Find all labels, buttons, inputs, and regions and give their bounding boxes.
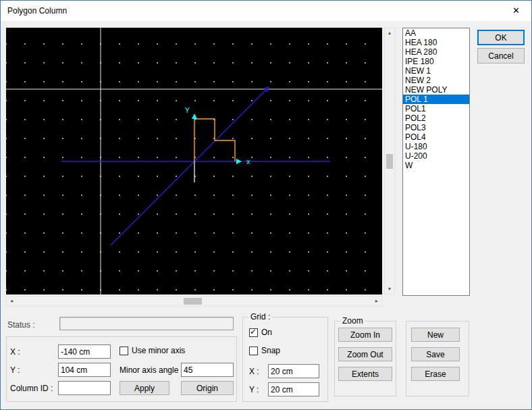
profile-list-item[interactable]: NEW 1	[403, 66, 469, 76]
new-button[interactable]: New	[411, 328, 460, 342]
minor-axis-angle-input[interactable]	[181, 363, 234, 377]
grid-x-input[interactable]	[268, 364, 319, 378]
grid-x-label: X :	[249, 367, 259, 376]
ok-button[interactable]: OK	[477, 30, 525, 45]
checkbox-box: ✓	[249, 328, 258, 337]
horizontal-scrollbar-thumb[interactable]	[184, 298, 202, 305]
grid-group-title: Grid :	[248, 312, 272, 322]
profile-list-item[interactable]: IPE 180	[403, 57, 469, 66]
origin-button[interactable]: Origin	[181, 381, 234, 395]
x-label: X :	[10, 347, 20, 357]
profile-list-item[interactable]: U-200	[403, 151, 469, 161]
profile-list-item[interactable]: U-180	[403, 142, 469, 151]
checkbox-box: ✓	[249, 347, 258, 355]
y-input[interactable]	[58, 363, 111, 377]
column-id-label: Column ID :	[10, 384, 53, 393]
scroll-left-icon[interactable]: ◄	[7, 297, 16, 306]
scroll-right-icon[interactable]: ►	[372, 297, 381, 306]
profile-list-item[interactable]: AA	[403, 28, 469, 38]
use-minor-axis-label: Use minor axis	[132, 346, 185, 355]
window-title: Polygon Column	[7, 6, 67, 16]
grid-y-label: Y :	[249, 385, 259, 394]
title-bar: Polygon Column ✕	[1, 1, 531, 21]
profile-list-item[interactable]: NEW 2	[403, 76, 469, 85]
grid-snap-label: Snap	[261, 346, 280, 355]
grid-on-label: On	[261, 328, 272, 337]
local-x-axis-label: x	[246, 157, 250, 165]
local-y-axis-label: Y	[185, 106, 190, 114]
scroll-down-icon[interactable]: ▼	[385, 284, 394, 294]
profile-list-item[interactable]: POL 1	[403, 95, 469, 104]
grid-y-input[interactable]	[268, 382, 319, 396]
zoom-out-button[interactable]: Zoom Out	[338, 347, 392, 361]
checkbox-box: ✓	[119, 347, 128, 355]
profile-list-item[interactable]: W	[403, 161, 469, 170]
y-label: Y :	[10, 365, 20, 375]
profile-list-item[interactable]: NEW POLY	[403, 85, 469, 95]
erase-button[interactable]: Erase	[411, 367, 460, 381]
extents-button[interactable]: Extents	[338, 367, 392, 381]
minor-axis-angle-label: Minor axis angle :	[119, 365, 183, 375]
save-button[interactable]: Save	[411, 347, 460, 361]
status-label: Status :	[7, 320, 35, 330]
close-icon[interactable]: ✕	[501, 1, 531, 21]
zoom-group-title: Zoom	[340, 316, 365, 326]
apply-button[interactable]: Apply	[119, 381, 169, 395]
polygon-column-dialog: Polygon Column ✕ x Y ▲ ▼	[0, 0, 532, 410]
section-canvas[interactable]: x Y	[6, 28, 382, 294]
grid-snap-checkbox[interactable]: ✓ Snap	[249, 346, 280, 355]
local-y-axis-arrow-icon	[192, 113, 197, 119]
check-icon: ✓	[250, 327, 257, 336]
profile-list-item[interactable]: POL4	[403, 132, 469, 142]
profile-listbox[interactable]: AAHEA 180HEA 280IPE 180NEW 1NEW 2NEW POL…	[402, 28, 470, 296]
profile-list-item[interactable]: POL3	[403, 123, 469, 132]
profile-list-item[interactable]: HEA 180	[403, 38, 469, 47]
zoom-in-button[interactable]: Zoom In	[338, 328, 392, 342]
use-minor-axis-checkbox[interactable]: ✓ Use minor axis	[119, 346, 185, 355]
status-field	[59, 317, 234, 330]
vertical-scrollbar-thumb[interactable]	[386, 154, 393, 169]
profile-list-item[interactable]: POL1	[403, 104, 469, 113]
scroll-up-icon[interactable]: ▲	[385, 28, 394, 38]
canvas-horizontal-scrollbar[interactable]: ◄ ►	[6, 296, 382, 307]
grid-on-checkbox[interactable]: ✓ On	[249, 328, 272, 337]
canvas-drawing: x Y	[6, 28, 382, 294]
canvas-vertical-scrollbar[interactable]: ▲ ▼	[384, 28, 395, 294]
column-id-input[interactable]	[58, 381, 111, 395]
cancel-button[interactable]: Cancel	[477, 48, 525, 63]
x-input[interactable]	[58, 344, 111, 359]
local-x-axis-arrow-icon	[236, 159, 242, 164]
profile-list-item[interactable]: HEA 280	[403, 47, 469, 57]
profile-list-item[interactable]: POL2	[403, 113, 469, 123]
